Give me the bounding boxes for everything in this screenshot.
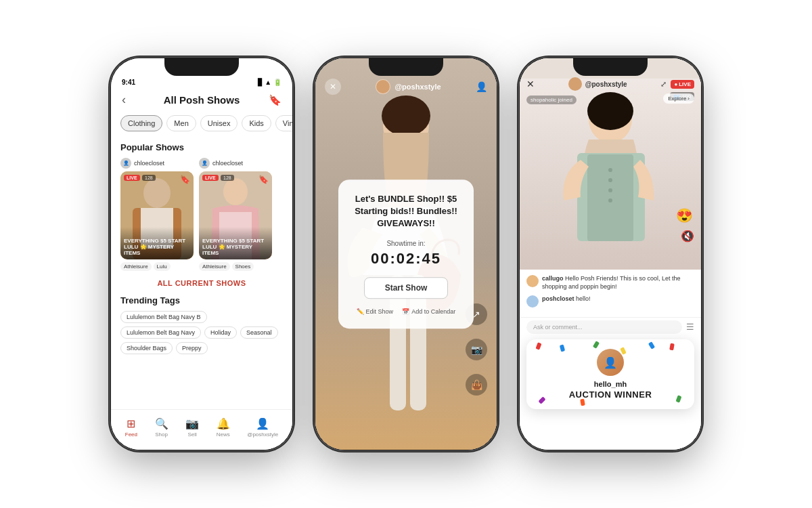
phone-1-inner: 9:41 ▊ ▲ 🔋 ‹ All Posh Shows 🔖 Clothing M… <box>111 58 292 450</box>
p2-overlay-title: Let's BUNDLE Shop!! $5 Starting bids!! B… <box>352 193 460 230</box>
bookmark-icon[interactable]: 🔖 <box>269 94 281 106</box>
svg-point-20 <box>608 198 612 203</box>
comment-2: poshcloset hello! <box>526 295 694 308</box>
calendar-icon: 📅 <box>402 308 409 315</box>
phone-3: ✕ @poshxstyle ⤢ ● LIVE <box>519 58 702 450</box>
add-calendar-action[interactable]: 📅 Add to Calendar <box>402 308 455 315</box>
popular-shows-label: Popular Shows <box>111 137 292 155</box>
count-badge-1: 128 <box>142 175 156 181</box>
card-1-username: 👤 chloecloset <box>120 158 194 169</box>
tag-athleisure2[interactable]: Athleisure <box>199 262 230 271</box>
card-2-tags: Athleisure Shoes <box>199 262 272 271</box>
edit-show-action[interactable]: ✏️ Edit Show <box>357 308 394 315</box>
count-badge-2: 128 <box>221 175 234 181</box>
edit-icon: ✏️ <box>357 308 364 315</box>
tab-vintage[interactable]: Vinta... <box>275 115 292 131</box>
start-show-button[interactable]: Start Show <box>364 277 449 299</box>
tab-clothing[interactable]: Clothing <box>120 115 162 131</box>
phone-2-inner: ✕ @poshxstyle 👤 Let's BUNDLE Shop!! $5 S… <box>315 58 497 450</box>
expand-icon[interactable]: ⤢ <box>660 80 667 89</box>
p2-showtime-label: Showtime in: <box>352 240 460 247</box>
joined-notification: shopaholic joined <box>526 96 577 104</box>
save-icon-1[interactable]: 🔖 <box>180 175 190 184</box>
svg-point-5 <box>223 178 248 205</box>
phone-2: ✕ @poshxstyle 👤 Let's BUNDLE Shop!! $5 S… <box>315 58 497 450</box>
trending-title: Trending Tags <box>111 293 292 308</box>
tag-shoes[interactable]: Shoes <box>232 262 254 271</box>
comments-area: callugo Hello Posh Friends! This is so c… <box>520 270 701 316</box>
p3-content: ✕ @poshxstyle ⤢ ● LIVE <box>520 58 701 450</box>
card-1-image: LIVE 128 🔖 EVERYTHING $5 START LULU 🌟 MY… <box>120 171 194 259</box>
p2-content: ✕ @poshxstyle 👤 Let's BUNDLE Shop!! $5 S… <box>315 58 497 450</box>
trending-tags-container: Lululemon Belt Bag Navy B Lululemon Belt… <box>111 308 292 357</box>
comment-1-text: callugo Hello Posh Friends! This is so c… <box>542 275 694 291</box>
nav-shop[interactable]: 🔍 Shop <box>155 417 168 438</box>
auction-winner-card: 👤 hello_mh AUCTION WINNER <box>526 339 694 409</box>
tab-unisex[interactable]: Unisex <box>200 115 238 131</box>
card-1-label: EVERYTHING $5 START LULU 🌟 MYSTERY ITEMS <box>120 227 194 259</box>
p2-close-button[interactable]: ✕ <box>325 79 341 95</box>
p3-top-bar: ✕ @poshxstyle ⤢ ● LIVE <box>520 77 701 91</box>
p3-live-badge: ● LIVE <box>671 80 694 89</box>
p3-host-avatar <box>568 77 582 91</box>
trending-tag-3[interactable]: Seasonal <box>240 326 278 339</box>
show-cards: 👤 chloecloset LIVE 128 🔖 <box>111 155 292 274</box>
p3-user-info: @poshxstyle <box>568 77 627 91</box>
notch-3 <box>573 58 648 76</box>
show-card-1[interactable]: 👤 chloecloset LIVE 128 🔖 <box>120 158 194 271</box>
p3-close-button[interactable]: ✕ <box>526 79 535 89</box>
tag-athleisure[interactable]: Athleisure <box>120 262 152 271</box>
p3-bottom-section: callugo Hello Posh Friends! This is so c… <box>520 270 701 450</box>
live-dot: ● <box>674 81 677 87</box>
svg-point-14 <box>587 92 633 130</box>
p2-avatar <box>376 79 390 94</box>
p2-person-icon[interactable]: 👤 <box>476 81 487 92</box>
nav-sell[interactable]: 📷 Sell <box>185 417 199 438</box>
trending-tag-4[interactable]: Shoulder Bags <box>120 342 173 354</box>
avatar-1: 👤 <box>120 158 131 169</box>
trending-tag-5[interactable]: Preppy <box>176 342 208 354</box>
save-icon-2[interactable]: 🔖 <box>258 175 269 184</box>
nav-feed[interactable]: ⊞ Feed <box>125 417 137 438</box>
p2-overlay-card: Let's BUNDLE Shop!! $5 Starting bids!! B… <box>338 179 474 329</box>
nav-profile[interactable]: 👤 @poshxstyle <box>247 417 278 438</box>
avatar-2: 👤 <box>199 158 210 169</box>
svg-point-19 <box>608 188 612 192</box>
show-card-2[interactable]: 👤 chloecloset LIVE 128 🔖 EVERY <box>199 158 272 271</box>
trending-tag-1[interactable]: Lululemon Belt Bag Navy <box>120 326 201 339</box>
trending-tag-0[interactable]: Lululemon Belt Bag Navy B <box>120 311 207 323</box>
commenter-1-avatar <box>526 275 539 287</box>
comment-2-text: poshcloset hello! <box>542 295 591 303</box>
tab-kids[interactable]: Kids <box>242 115 271 131</box>
ask-comment-input[interactable]: Ask or comment... <box>526 320 682 334</box>
commenter-2-avatar <box>526 295 539 308</box>
back-button[interactable]: ‹ <box>122 93 126 107</box>
p3-username: @poshxstyle <box>585 81 627 88</box>
status-icons: ▊ ▲ 🔋 <box>258 79 281 86</box>
p2-top-bar: ✕ @poshxstyle 👤 <box>315 79 497 95</box>
p3-input-row: Ask or comment... ☰ <box>520 317 701 337</box>
card-2-label: EVERYTHING $5 START LULU 🌟 MYSTERY ITEMS <box>199 227 272 259</box>
list-icon[interactable]: ☰ <box>686 322 694 332</box>
mute-side-icon[interactable]: 🔇 <box>681 230 694 242</box>
bottom-nav: ⊞ Feed 🔍 Shop 📷 Sell 🔔 News 👤 @pos <box>111 409 292 450</box>
tab-men[interactable]: Men <box>166 115 196 131</box>
explore-button[interactable]: Explore › <box>663 93 694 104</box>
card-1-tags: Athleisure Lulu <box>120 262 194 271</box>
p2-actions: ✏️ Edit Show 📅 Add to Calendar <box>352 308 460 315</box>
all-current-shows-link[interactable]: ALL CURRENT SHOWS <box>111 274 292 293</box>
trending-tag-2[interactable]: Holiday <box>204 326 237 339</box>
nav-news[interactable]: 🔔 News <box>217 417 230 438</box>
camera-off-icon-btn[interactable]: 📷 <box>466 339 487 360</box>
time: 9:41 <box>122 79 135 86</box>
scene: 9:41 ▊ ▲ 🔋 ‹ All Posh Shows 🔖 Clothing M… <box>0 0 812 508</box>
card-2-username: 👤 chloecloset <box>199 158 272 169</box>
emoji-reaction: 😍 <box>676 207 693 224</box>
live-badge-2: LIVE <box>202 175 219 181</box>
svg-rect-16 <box>587 154 633 241</box>
bag-icon-btn[interactable]: 👜 <box>466 374 487 396</box>
phone-1: 9:41 ▊ ▲ 🔋 ‹ All Posh Shows 🔖 Clothing M… <box>110 58 293 450</box>
tag-lulu[interactable]: Lulu <box>154 262 171 271</box>
notch-1 <box>164 58 239 76</box>
p1-header: ‹ All Posh Shows 🔖 <box>111 90 292 110</box>
